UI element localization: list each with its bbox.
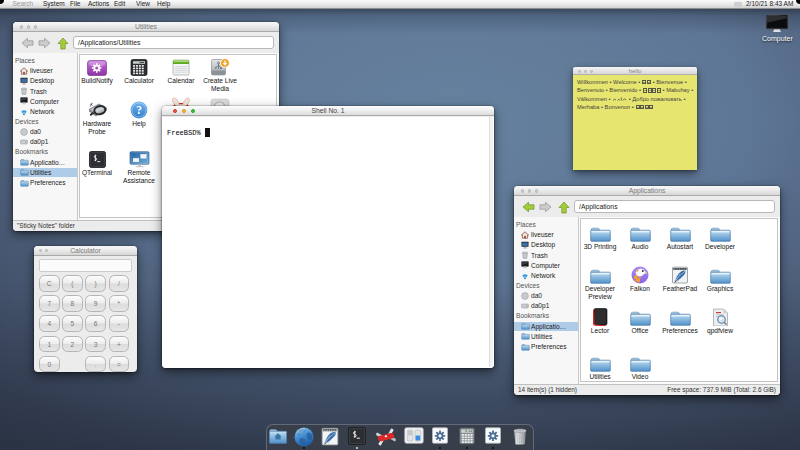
svg-text:?: ? (136, 104, 142, 116)
svg-text:3.14: 3.14 (465, 430, 472, 433)
